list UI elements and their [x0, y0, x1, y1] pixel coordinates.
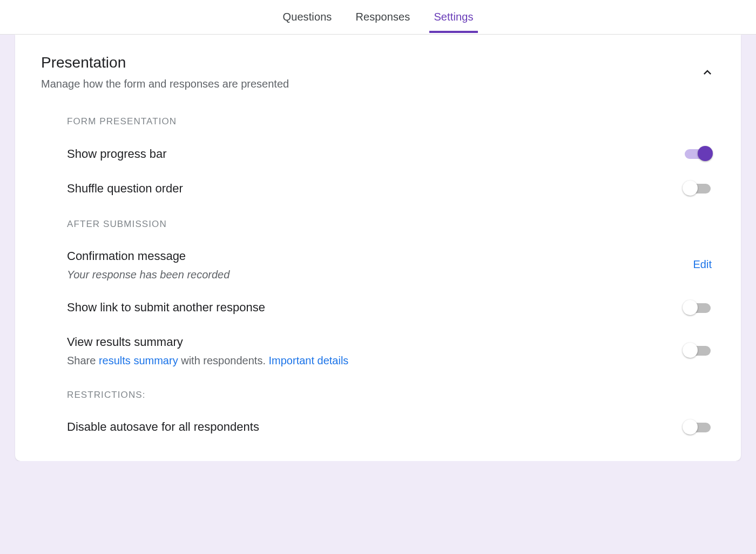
- view-results-summary-label: View results summary: [67, 334, 683, 350]
- group-label-restrictions: RESTRICTIONS:: [67, 390, 715, 401]
- group-label-form-presentation: FORM PRESENTATION: [67, 116, 715, 127]
- shuffle-question-order-toggle[interactable]: [683, 180, 713, 196]
- show-progress-bar-toggle[interactable]: [683, 145, 713, 162]
- collapse-chevron-up-icon[interactable]: [700, 65, 715, 82]
- tab-responses[interactable]: Responses: [351, 1, 414, 33]
- view-results-summary-row: View results summary Share results summa…: [67, 320, 715, 371]
- restrictions-group: RESTRICTIONS: Disable autosave for all r…: [41, 371, 715, 439]
- submit-another-toggle[interactable]: [683, 299, 713, 316]
- submit-another-row: Show link to submit another response: [67, 285, 715, 320]
- section-subtitle: Manage how the form and responses are pr…: [41, 78, 289, 90]
- disable-autosave-toggle[interactable]: [683, 419, 713, 435]
- settings-card: Presentation Manage how the form and res…: [15, 35, 741, 461]
- after-submission-group: AFTER SUBMISSION Confirmation message Yo…: [41, 201, 715, 371]
- group-label-after-submission: AFTER SUBMISSION: [67, 219, 715, 230]
- view-results-summary-desc: Share results summary with respondents. …: [67, 355, 683, 367]
- show-progress-bar-label: Show progress bar: [67, 146, 167, 162]
- disable-autosave-label: Disable autosave for all respondents: [67, 419, 259, 435]
- disable-autosave-row: Disable autosave for all respondents: [67, 405, 715, 439]
- shuffle-question-order-label: Shuffle question order: [67, 181, 183, 197]
- tab-settings[interactable]: Settings: [429, 1, 477, 33]
- form-presentation-group: FORM PRESENTATION Show progress bar Shuf…: [41, 98, 715, 201]
- presentation-header: Presentation Manage how the form and res…: [41, 42, 715, 98]
- submit-another-label: Show link to submit another response: [67, 299, 265, 316]
- confirmation-message-row: Confirmation message Your response has b…: [67, 234, 715, 285]
- view-results-summary-toggle[interactable]: [683, 342, 713, 358]
- confirmation-message-value: Your response has been recorded: [67, 269, 693, 281]
- confirmation-message-label: Confirmation message: [67, 248, 693, 264]
- results-summary-link[interactable]: results summary: [99, 355, 178, 366]
- important-details-link[interactable]: Important details: [269, 355, 349, 366]
- shuffle-question-order-row: Shuffle question order: [67, 166, 715, 201]
- show-progress-bar-row: Show progress bar: [67, 131, 715, 166]
- tab-bar: Questions Responses Settings: [0, 0, 756, 35]
- section-title: Presentation: [41, 53, 289, 72]
- confirmation-edit-button[interactable]: Edit: [693, 258, 715, 271]
- share-prefix: Share: [67, 355, 99, 366]
- share-middle: with respondents.: [178, 355, 269, 366]
- tab-questions[interactable]: Questions: [279, 1, 336, 33]
